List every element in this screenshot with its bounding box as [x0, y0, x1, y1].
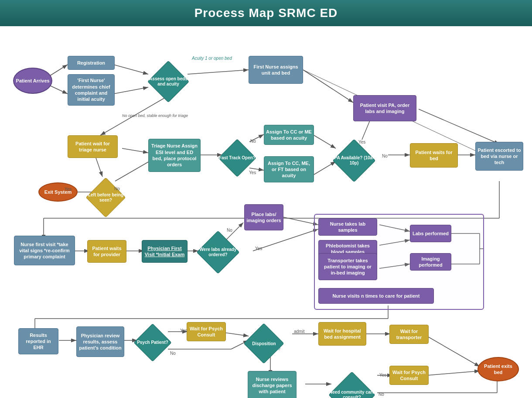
- wait-psych-consult2-node: Wait for Psych Consult: [389, 366, 429, 385]
- discharge-label: Discharge: [261, 346, 280, 351]
- wait-psych-consult-node: Wait for Psych Consult: [187, 322, 226, 341]
- transporter-node: Transporter takes patient to imaging or …: [318, 253, 377, 280]
- acuity1-label: Acuity 1 or open bed: [192, 56, 232, 61]
- admit-label: admit: [294, 329, 304, 334]
- svg-line-5: [113, 87, 148, 94]
- yes-label-labs: Yes: [255, 246, 262, 251]
- first-nurse-determines-node: 'First Nurse' determines chief complaint…: [68, 74, 115, 106]
- imaging-performed-node: Imaging performed: [410, 253, 451, 271]
- patient-waits-provider-node: Patient waits for provider: [87, 240, 126, 263]
- psych-patient-node: Psych Patient?: [133, 323, 172, 362]
- labs-performed-node: Labs performed: [410, 225, 451, 242]
- svg-line-6: [188, 70, 249, 74]
- no-label-triage: No: [114, 186, 120, 191]
- place-labs-node: Place labs/ imaging orders: [244, 204, 283, 230]
- no-label-pa: No: [382, 154, 388, 158]
- nurse-visits-node: Nurse visits n times to care for patient: [318, 288, 434, 304]
- nurse-takes-lab-node: Nurse takes lab samples: [318, 218, 377, 236]
- no-label-psych: No: [170, 351, 176, 356]
- yes-label-comm: Yes: [379, 373, 386, 377]
- were-labs-node: Were labs already ordered?: [196, 230, 240, 274]
- wait-hospital-bed-node: Wait for hospital bed assignment: [318, 322, 366, 346]
- left-before-node: Left before being seen?: [85, 177, 126, 218]
- no-open-bed-label: No open bed, stable enough for triage: [122, 113, 188, 118]
- nurse-reviews-discharge-node: Nurse reviews discharge papers with pati…: [248, 371, 297, 398]
- physician-first-visit-node: Physician First Visit *Initial Exam: [142, 240, 188, 263]
- yes-label-fast: Yes: [249, 170, 256, 175]
- svg-line-22: [96, 158, 102, 177]
- svg-line-3: [49, 85, 68, 94]
- patient-escorted-node: Patient escorted to bed via nurse or tec…: [475, 142, 523, 171]
- assess-beds-node: Assess open beds and acuity: [147, 60, 190, 103]
- yes-label-exit: Yes: [65, 187, 72, 192]
- svg-line-2: [49, 65, 68, 76]
- yes-label-pa: Yes: [358, 140, 365, 144]
- svg-line-50: [423, 334, 480, 367]
- patient-wait-triage-node: Patient wait for triage nurse: [68, 135, 118, 158]
- patient-visit-pa-node: Patient visit PA, order labs and imaging: [353, 95, 416, 121]
- page: Process Map SRMC ED: [0, 0, 532, 398]
- physician-review-node: Physician review results, assess patient…: [76, 326, 124, 357]
- assign-cc-me-ft-node: Assign To CC, ME, or FT based on acuity: [264, 156, 314, 182]
- no-label-comm: No: [379, 392, 384, 397]
- svg-line-4: [113, 65, 148, 74]
- exit-system-node: Exit System: [38, 182, 78, 202]
- patient-exits-node: Patient exits bed: [477, 357, 519, 381]
- registration-node: Registration: [68, 56, 115, 70]
- svg-line-7: [303, 70, 353, 103]
- flowchart: Patient Arrives Registration 'First Nurs…: [0, 26, 532, 398]
- yes-label-psych: Yes: [180, 328, 187, 333]
- triage-nurse-node: Triage Nurse Assign ESI level and ED bed…: [148, 139, 201, 172]
- svg-line-10: [122, 148, 148, 153]
- nurse-first-visit-node: Nurse first visit *take vital signs *re-…: [14, 236, 75, 265]
- patient-waits-bed-node: Patient waits for bed: [410, 143, 458, 168]
- page-title: Process Map SRMC ED: [0, 0, 532, 26]
- svg-line-30: [253, 229, 318, 251]
- disposition-node: Disposition: [243, 323, 285, 364]
- svg-line-19: [419, 109, 499, 144]
- results-reported-node: Results reported in EHR: [18, 328, 58, 354]
- wait-transporter-node: Wait for transporter: [389, 325, 429, 344]
- no-label-labs: No: [227, 228, 232, 233]
- first-nurse-assigns-node: First Nurse assigns unit and bed: [249, 56, 303, 84]
- assign-cc-me-node: Assign To CC or ME based on acuity: [264, 125, 314, 145]
- svg-line-56: [427, 371, 480, 375]
- pa-available-node: PA Available? (10a-10p): [332, 139, 376, 182]
- no-label-fast: No: [250, 139, 256, 144]
- need-community-care-node: Need community care consult?: [328, 371, 376, 398]
- patient-arrives-node: Patient Arrives: [13, 68, 52, 94]
